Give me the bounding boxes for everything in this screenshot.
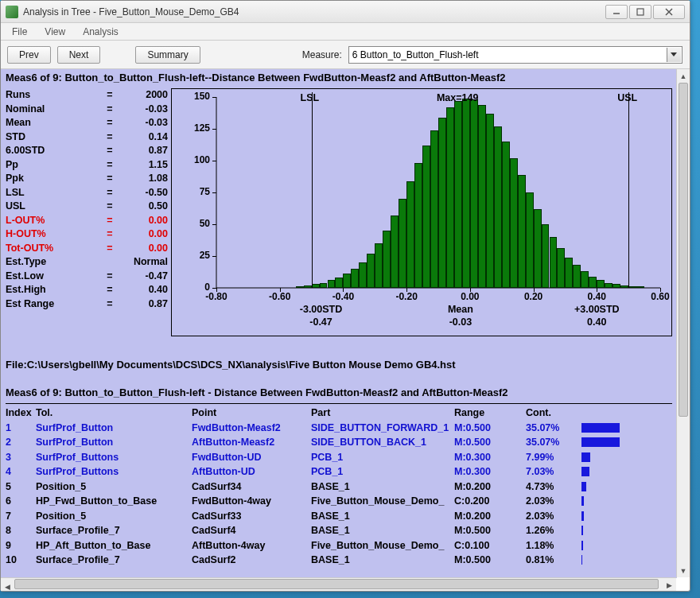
divider: [6, 403, 672, 404]
histogram-bar: [399, 199, 406, 288]
cell-part: Five_Button_Mouse_Demo_: [311, 538, 454, 553]
histogram-bar: [518, 175, 526, 288]
next-button[interactable]: Next: [57, 46, 101, 64]
app-window: Analysis in Tree - Five_Button_Mouse_Dem…: [0, 0, 690, 592]
stat-value: -0.03: [120, 116, 168, 130]
cell-index: 3: [6, 450, 36, 465]
menu-file[interactable]: File: [4, 25, 35, 39]
histogram-bar: [486, 114, 494, 288]
cell-index: 9: [6, 538, 36, 553]
menu-view[interactable]: View: [37, 25, 73, 39]
histogram-bar: [304, 285, 312, 288]
stat-value: 0.00: [120, 242, 168, 256]
cell-range: C:0.100: [454, 538, 526, 553]
table-row[interactable]: 7Position_5CadSurf33BASE_1M:0.2002.03%: [6, 509, 672, 524]
th-index: Index: [6, 406, 36, 421]
table-row[interactable]: 6HP_Fwd_Button_to_BaseFwdButton-4wayFive…: [6, 494, 672, 509]
scroll-up-icon[interactable]: ▲: [677, 69, 690, 83]
table-row[interactable]: 10Surface_Profile_7CadSurf2BASE_1M:0.500…: [6, 553, 672, 568]
usl-label: USL: [617, 92, 637, 103]
cell-tol: SurfProf_Button: [36, 421, 192, 436]
horizontal-scrollbar[interactable]: ◀▶: [1, 577, 676, 591]
histogram-bar: [446, 107, 454, 288]
measure-select[interactable]: 6 Button_to_Button_Flush-left: [348, 46, 682, 64]
stat-row: Nominal=-0.03: [6, 103, 168, 117]
minimize-button[interactable]: [605, 5, 628, 19]
th-cont: Cont.: [526, 406, 581, 421]
scroll-down-icon[interactable]: ▼: [677, 564, 690, 577]
stat-label: Est.Type: [6, 255, 99, 270]
stat-label: H-OUT%: [6, 227, 99, 242]
stat-eq: =: [99, 270, 120, 284]
cell-cont: 4.73%: [526, 480, 581, 495]
table-header: IndexTol.PointPartRangeCont.: [6, 406, 672, 421]
cell-cont: 2.03%: [526, 494, 581, 509]
stat-eq: =: [99, 214, 120, 228]
vscroll-thumb[interactable]: [679, 83, 688, 417]
stat-label: L-OUT%: [6, 214, 99, 228]
histogram-bar: [597, 280, 605, 288]
stat-eq: =: [99, 88, 120, 103]
cell-point: FwdButton-4way: [192, 494, 311, 509]
cell-range: M:0.300: [454, 464, 526, 480]
stat-eq: =: [99, 116, 120, 130]
stat-eq: =: [99, 242, 120, 256]
table-row[interactable]: 1SurfProf_ButtonFwdButton-Measf2SIDE_BUT…: [6, 421, 672, 436]
summary-button[interactable]: Summary: [135, 46, 200, 64]
stat-row: L-OUT%=0.00: [6, 214, 168, 228]
table-row[interactable]: 8Surface_Profile_7CadSurf4BASE_1M:0.5001…: [6, 523, 672, 538]
cell-cont: 2.03%: [526, 509, 581, 524]
axis-sublabel: 0.40: [565, 316, 628, 328]
close-button[interactable]: [653, 5, 685, 19]
vertical-scrollbar[interactable]: ▲ ▼: [676, 69, 690, 577]
minimize-icon: [612, 8, 620, 16]
menu-analysis[interactable]: Analysis: [75, 25, 126, 39]
cell-range: M:0.500: [454, 523, 526, 538]
stat-value: Normal: [120, 255, 168, 270]
stat-row: Est.High=0.40: [6, 283, 168, 297]
y-tick: 25: [178, 250, 210, 261]
table-row[interactable]: 3SurfProf_ButtonsFwdButton-UDPCB_1M:0.30…: [6, 450, 672, 465]
axis-sublabel: Mean: [429, 304, 492, 315]
scroll-left-icon[interactable]: ◀: [1, 581, 14, 592]
stat-eq: =: [99, 172, 120, 186]
th-range: Range: [454, 406, 526, 421]
stat-row: Runs=2000: [6, 88, 168, 103]
file-path-line: File:C:\Users\gbell\My Documents\DCS\DCS…: [1, 359, 677, 371]
cell-tol: SurfProf_Buttons: [36, 464, 192, 480]
contribution-table: IndexTol.PointPartRangeCont.1SurfProf_Bu…: [1, 406, 677, 568]
hscroll-thumb[interactable]: [14, 579, 659, 589]
table-row[interactable]: 5Position_5CadSurf34BASE_1M:0.2004.73%: [6, 480, 672, 495]
menubar: File View Analysis: [1, 23, 690, 41]
cell-bar: [581, 437, 629, 448]
cell-range: C:0.200: [454, 494, 526, 509]
histogram-bar: [328, 280, 336, 288]
cell-tol: Surface_Profile_7: [36, 553, 192, 568]
cell-bar: [581, 525, 629, 536]
stat-row: Ppk=1.08: [6, 172, 168, 186]
stat-label: Tot-OUT%: [6, 242, 99, 256]
stat-value: 0.87: [120, 297, 168, 312]
cell-index: 7: [6, 509, 36, 524]
stat-value: -0.50: [120, 186, 168, 200]
stat-value: 1.08: [120, 172, 168, 186]
stat-label: 6.00STD: [6, 144, 99, 158]
table-row[interactable]: 2SurfProf_ButtonAftButton-Measf2SIDE_BUT…: [6, 435, 672, 450]
cell-point: FwdButton-UD: [192, 450, 311, 465]
cell-cont: 7.03%: [526, 464, 581, 480]
y-tick: 50: [178, 218, 210, 229]
maximize-button[interactable]: [629, 5, 651, 19]
scroll-right-icon[interactable]: ▶: [663, 578, 676, 591]
axis-sublabel: +3.00STD: [565, 304, 628, 315]
histogram-bar: [320, 283, 328, 288]
stat-value: 2000: [120, 88, 168, 103]
table-row[interactable]: 4SurfProf_ButtonsAftButton-UDPCB_1M:0.30…: [6, 464, 672, 480]
close-icon: [665, 8, 673, 16]
axis-sublabel: -0.03: [429, 316, 492, 328]
table-row[interactable]: 9HP_Aft_Button_to_BaseAftButton-4wayFive…: [6, 538, 672, 553]
x-tick: 0.60: [640, 291, 677, 302]
cell-index: 8: [6, 523, 36, 538]
cell-range: M:0.200: [454, 509, 526, 524]
prev-button[interactable]: Prev: [7, 46, 51, 64]
measure-select-value: 6 Button_to_Button_Flush-left: [352, 49, 479, 60]
